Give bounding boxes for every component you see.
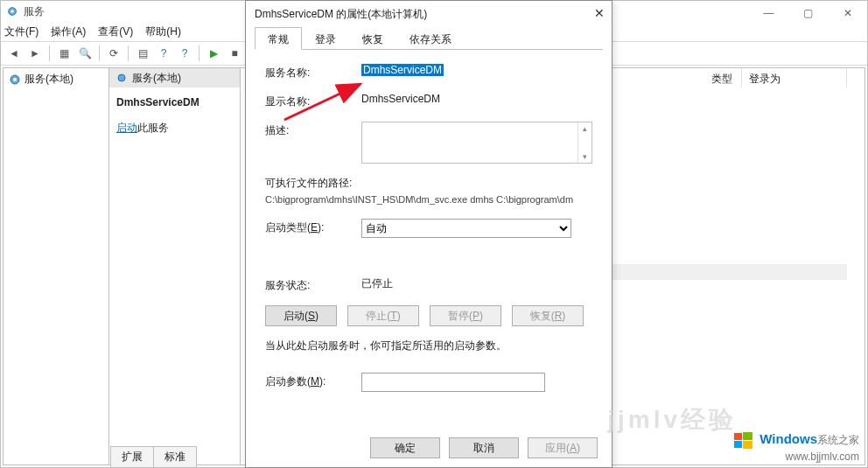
label-startup-type: 启动类型(E): bbox=[265, 219, 361, 235]
filter-button[interactable]: 🔍 bbox=[75, 44, 94, 63]
start-note: 当从此处启动服务时，你可指定所适用的启动参数。 bbox=[265, 339, 592, 353]
watermark-faint: jjmlv经验 bbox=[607, 403, 737, 437]
column-type[interactable]: 类型 bbox=[704, 68, 742, 87]
watermark: Windows系统之家 www.bjjmlv.com bbox=[734, 431, 859, 463]
cancel-button[interactable]: 取消 bbox=[449, 437, 519, 458]
forward-button[interactable]: ► bbox=[25, 44, 45, 63]
value-display-name: DmhsServiceDM bbox=[361, 93, 592, 105]
label-service-status: 服务状态: bbox=[265, 276, 361, 293]
detail-panel: 服务(本地) DmhsServiceDM 启动此服务 bbox=[109, 67, 241, 465]
detail-header: 服务(本地) bbox=[109, 68, 240, 87]
svg-point-4 bbox=[118, 74, 125, 81]
label-start-params: 启动参数(M): bbox=[265, 373, 361, 389]
tab-general[interactable]: 常规 bbox=[255, 27, 302, 50]
resume-button: 恢复(R) bbox=[512, 305, 584, 326]
stop-button: 停止(T) bbox=[347, 305, 419, 326]
svg-point-1 bbox=[10, 10, 14, 13]
bottom-tabs: 扩展 标准 bbox=[110, 446, 196, 467]
windows-logo-icon bbox=[734, 431, 753, 451]
start-service-link[interactable]: 启动 bbox=[116, 122, 137, 134]
start-params-input[interactable] bbox=[361, 373, 545, 392]
ok-button[interactable]: 确定 bbox=[370, 437, 440, 458]
menu-view[interactable]: 查看(V) bbox=[98, 24, 133, 39]
svg-rect-8 bbox=[734, 441, 742, 448]
pause-button: 暂停(P) bbox=[430, 305, 501, 326]
value-service-name[interactable]: DmhsServiceDM bbox=[361, 64, 444, 76]
description-textarea[interactable]: ▴▾ bbox=[361, 122, 592, 164]
services-icon bbox=[6, 5, 18, 17]
back-button[interactable]: ◄ bbox=[4, 44, 24, 63]
startup-type-select[interactable]: 自动 bbox=[361, 219, 571, 238]
svg-rect-6 bbox=[734, 433, 742, 440]
export-button[interactable]: ▤ bbox=[133, 44, 152, 63]
start-button[interactable]: 启动(S) bbox=[265, 305, 337, 326]
dialog-close-button[interactable]: ✕ bbox=[594, 6, 605, 20]
tab-standard[interactable]: 标准 bbox=[153, 446, 197, 467]
tree-root[interactable]: 服务(本地) bbox=[9, 72, 103, 87]
value-exe-path: C:\bigprogram\dmhs\INST_HS\DM\dm_svc.exe… bbox=[265, 194, 592, 205]
stop-service-button[interactable]: ■ bbox=[225, 44, 244, 63]
help-button2[interactable]: ? bbox=[175, 44, 194, 63]
menu-file[interactable]: 文件(F) bbox=[4, 24, 38, 39]
dialog-title: DmhsServiceDM 的属性(本地计算机) bbox=[255, 7, 427, 22]
selected-service-name: DmhsServiceDM bbox=[116, 96, 233, 108]
svg-rect-7 bbox=[743, 432, 752, 440]
menu-action[interactable]: 操作(A) bbox=[51, 24, 86, 39]
column-login-as[interactable]: 登录为 bbox=[742, 68, 847, 87]
watermark-url: www.bjjmlv.com bbox=[734, 451, 859, 463]
menu-help[interactable]: 帮助(H) bbox=[145, 24, 181, 39]
tab-extended[interactable]: 扩展 bbox=[110, 446, 154, 467]
properties-button[interactable]: ▦ bbox=[54, 44, 74, 63]
maximize-button[interactable]: ▢ bbox=[788, 1, 828, 25]
tab-dependencies[interactable]: 依存关系 bbox=[396, 27, 465, 50]
dialog-title-bar: DmhsServiceDM 的属性(本地计算机) ✕ bbox=[246, 1, 612, 27]
label-exe-path: 可执行文件的路径: bbox=[265, 176, 592, 191]
start-service-link-line: 启动此服务 bbox=[116, 121, 233, 136]
label-service-name: 服务名称: bbox=[265, 64, 361, 80]
properties-dialog: DmhsServiceDM 的属性(本地计算机) ✕ 常规 登录 恢复 依存关系… bbox=[245, 0, 612, 468]
scrollbar[interactable]: ▴▾ bbox=[578, 122, 592, 163]
label-description: 描述: bbox=[265, 122, 361, 138]
help-button[interactable]: ? bbox=[154, 44, 173, 63]
window-title: 服务 bbox=[24, 4, 45, 19]
apply-button: 应用(A) bbox=[528, 437, 598, 458]
minimize-button[interactable]: — bbox=[749, 1, 788, 25]
refresh-button[interactable]: ⟳ bbox=[104, 44, 123, 63]
gear-icon bbox=[9, 73, 21, 86]
dialog-tabs: 常规 登录 恢复 依存关系 bbox=[255, 27, 603, 50]
gear-icon bbox=[116, 73, 127, 83]
tab-login[interactable]: 登录 bbox=[302, 27, 349, 50]
tab-recovery[interactable]: 恢复 bbox=[349, 27, 396, 50]
svg-point-3 bbox=[13, 78, 17, 81]
start-service-button[interactable]: ▶ bbox=[204, 44, 223, 63]
close-button[interactable]: ✕ bbox=[828, 1, 867, 25]
tree-panel: 服务(本地) bbox=[3, 67, 109, 465]
value-service-status: 已停止 bbox=[361, 276, 592, 291]
label-display-name: 显示名称: bbox=[265, 93, 361, 109]
svg-rect-9 bbox=[743, 441, 752, 449]
